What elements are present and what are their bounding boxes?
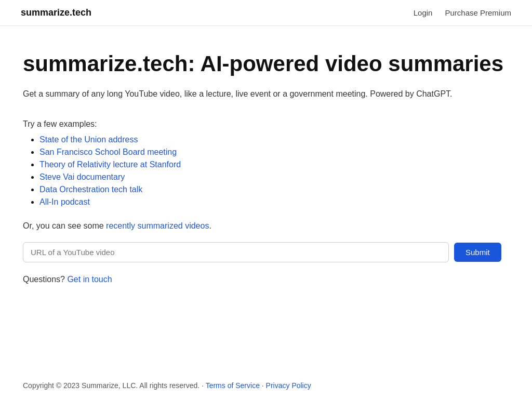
examples-label: Try a few examples: xyxy=(23,119,509,129)
examples-list: State of the Union address San Francisco… xyxy=(23,135,509,207)
login-link[interactable]: Login xyxy=(414,8,433,17)
footer-separator: · xyxy=(262,381,264,390)
example-link-2[interactable]: San Francisco School Board meeting xyxy=(39,148,177,156)
privacy-link[interactable]: Privacy Policy xyxy=(266,381,311,390)
url-input[interactable] xyxy=(23,242,449,262)
site-footer: Copyright © 2023 Summarize, LLC. All rig… xyxy=(0,372,532,399)
list-item: All-In podcast xyxy=(39,197,509,207)
subtitle-text: Get a summary of any long YouTube video,… xyxy=(23,87,509,101)
site-header: summarize.tech Login Purchase Premium xyxy=(0,0,532,26)
submit-button[interactable]: Submit xyxy=(454,243,501,262)
or-text-prefix: Or, you can see some xyxy=(23,221,106,230)
recently-summarized-link[interactable]: recently summarized videos xyxy=(106,221,209,230)
example-link-4[interactable]: Steve Vai documentary xyxy=(39,172,125,181)
main-content: summarize.tech: AI-powered video summari… xyxy=(0,26,532,305)
main-nav: Login Purchase Premium xyxy=(414,8,511,17)
example-link-5[interactable]: Data Orchestration tech talk xyxy=(39,185,142,194)
list-item: State of the Union address xyxy=(39,135,509,144)
example-link-6[interactable]: All-In podcast xyxy=(39,197,90,206)
get-in-touch-link[interactable]: Get in touch xyxy=(67,275,112,284)
purchase-premium-link[interactable]: Purchase Premium xyxy=(445,8,511,17)
copyright-text: Copyright © 2023 Summarize, LLC. All rig… xyxy=(23,381,204,390)
example-link-1[interactable]: State of the Union address xyxy=(39,135,138,144)
list-item: San Francisco School Board meeting xyxy=(39,148,509,157)
or-text: Or, you can see some recently summarized… xyxy=(23,221,509,231)
or-text-suffix: . xyxy=(209,221,211,230)
questions-prefix: Questions? xyxy=(23,275,67,284)
list-item: Theory of Relativity lecture at Stanford xyxy=(39,160,509,169)
questions-text: Questions? Get in touch xyxy=(23,275,509,284)
page-title: summarize.tech: AI-powered video summari… xyxy=(23,51,509,77)
search-row: Submit xyxy=(23,242,509,262)
list-item: Steve Vai documentary xyxy=(39,172,509,182)
list-item: Data Orchestration tech talk xyxy=(39,185,509,194)
terms-link[interactable]: Terms of Service xyxy=(206,381,260,390)
example-link-3[interactable]: Theory of Relativity lecture at Stanford xyxy=(39,160,181,169)
site-logo[interactable]: summarize.tech xyxy=(21,7,91,18)
